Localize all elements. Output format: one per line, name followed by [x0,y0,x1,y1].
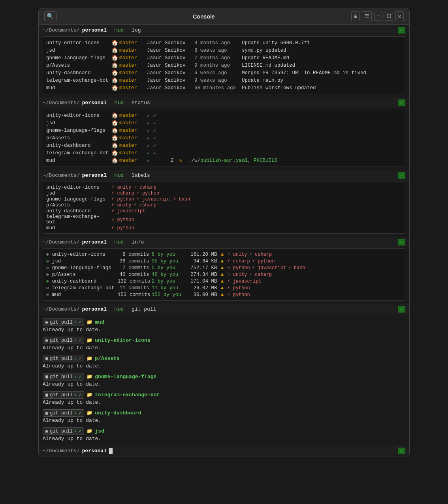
section-info: ~/Documents/personal mud info ✓ ⊙ unity-… [39,237,409,301]
git-result: Already up to date. [43,327,405,334]
menu-icon[interactable]: ☰ [362,11,372,21]
folder-name: unity-editor-icons [95,337,150,343]
cmd-keyword: mud [115,100,124,106]
folder-name: telegram-exchange-bot [95,392,160,398]
arrow-icon: › [74,374,77,380]
path-dir: personal [82,306,107,312]
status-row-mud: mud 🏠master ✓ 2 ✎ ./w/publish-aur.yaml, … [46,157,402,164]
status-badge-log: ✓ [398,27,405,34]
prompt-path-dir: personal [82,448,107,454]
titlebar-right: ⊞ ☰ − □ ✕ [351,11,404,21]
git-icon: ▣ [45,410,48,416]
log-row: unity-editor-icons 🏠master Jasur Sadikov… [46,39,402,47]
check-icon: ✓ [79,428,81,434]
search-icon[interactable]: 🔍 [44,11,56,21]
folder-name: p/Assets [95,356,119,362]
pull-cmd-telegram: ▣ git pull › ✓ 📁 telegram-exchange-bot [43,391,405,399]
git-pull-badge: ▣ git pull › ✓ [43,409,84,417]
status-badge-status: ✓ [398,99,405,106]
cmd-keyword: mud [115,172,124,178]
status-row: gnome-language-flags 🏠master ✓✓ [46,127,402,134]
close-icon[interactable]: ✕ [395,11,404,21]
git-icon: ▣ [45,428,48,434]
arrow-icon: › [74,392,77,398]
git-pull-badge: ▣ git pull › ✓ [43,427,84,435]
pull-cmd-unity-dashboard: ▣ git pull › ✓ 📁 unity-dashboard [43,409,405,417]
info-row: ⊙ gnome-language-flags 7 commits 5 by yo… [46,264,402,271]
folder-icon: 📁 [87,319,92,325]
check-icon: ✓ [79,374,81,380]
cmd-line-log: ~/Documents/personal mud log ✓ [39,25,409,36]
git-result: Already up to date. [43,399,405,407]
pull-cmd-mud: ▣ git pull › ✓ 📁 mud [43,319,405,326]
git-pull-results: ▣ git pull › ✓ 📁 mud Already up to date.… [39,315,409,445]
prompt-line[interactable]: ~/Documents/personal ✓ [39,445,409,457]
arrow-icon: › [74,410,77,416]
label-row: unity-dashboard ⚡ javascript [46,208,402,214]
add-icon[interactable]: ⊞ [351,11,360,21]
status-block: unity-editor-icons 🏠master ✓✓ jsd 🏠maste… [43,109,405,167]
cmd-log: log [132,27,141,33]
label-row: unity-editor-icons ⚡ unity ⚡ csharp [46,184,402,190]
path-dir: personal [82,239,107,245]
label-row: mud ⚡ python [46,225,402,231]
check-icon: ✓ [79,319,81,325]
section-labels: ~/Documents/personal mud labels ✓ unity-… [39,170,409,234]
cmd-status: status [132,100,150,106]
label-row: p/Assets ⚡ unity ⚡ csharp [46,202,402,208]
minimize-icon[interactable]: − [374,12,382,21]
section-gitpull: ~/Documents/personal mud git pull ✓ ▣ gi… [39,304,409,445]
info-row: ⊙ p/Assets 46 commits 46 by you 274.34 M… [46,271,402,278]
pull-cmd-passets: ▣ git pull › ✓ 📁 p/Assets [43,355,405,362]
status-badge-labels: ✓ [398,172,405,179]
status-row: p/Assets 🏠master ✓✓ [46,134,402,142]
log-row: p/Assets 🏠master Jasur Sadikov 9 months … [46,62,402,69]
git-icon: ▣ [45,374,48,380]
folder-icon: 📁 [87,356,92,362]
console-body: ~/Documents/personal mud log ✓ unity-edi… [39,25,409,457]
git-icon: ▣ [45,337,48,343]
path-prefix: ~/Documents/ [43,306,80,312]
git-pull-badge: ▣ git pull › ✓ [43,355,84,362]
git-result: Already up to date. [43,345,405,352]
info-row: ⊙ jsd 36 commits 35 by you 94.64 KB ▲ ⚡ … [46,258,402,264]
folder-name: unity-dashboard [95,410,141,416]
git-result: Already up to date. [43,418,405,425]
arrow-icon: › [74,338,77,343]
label-row: jsd ⚡ csharp ⚡ python [46,190,402,196]
check-icon: ✓ [79,337,81,343]
path-dir: personal [82,100,107,106]
maximize-icon[interactable]: □ [385,12,393,21]
check-icon: ✓ [79,410,81,416]
git-pull-badge: ▣ git pull › ✓ [43,373,84,380]
folder-name: gnome-language-flags [95,374,156,380]
check-icon: ✓ [79,356,81,362]
path-prefix: ~/Documents/ [43,100,80,106]
titlebar: 🔍 Console ⊞ ☰ − □ ✕ [39,8,409,25]
folder-icon: 📁 [87,337,92,343]
git-pull-badge: ▣ git pull › ✓ [43,337,84,344]
info-block: ⊙ unity-editor-icons 8 commits 8 by you … [43,248,405,301]
folder-icon: 📁 [87,392,92,398]
cmd-labels: labels [132,172,150,178]
arrow-icon: › [74,320,77,325]
folder-name: jsd [95,428,104,434]
section-log: ~/Documents/personal mud log ✓ unity-edi… [39,25,409,94]
cmd-line-gitpull: ~/Documents/personal mud git pull ✓ [39,304,409,315]
cmd-keyword: mud [115,239,124,245]
log-row: mud 🏠master Jasur Sadikov 68 minutes ago… [46,84,402,92]
git-icon: ▣ [45,319,48,325]
log-row: gnome-language-flags 🏠master Jasur Sadik… [46,54,402,62]
git-pull-badge: ▣ git pull › ✓ [43,391,84,399]
log-row: jsd 🏠master Jasur Sadikov 8 weeks ago sy… [46,47,402,54]
status-badge-gitpull: ✓ [398,306,405,313]
path-prefix: ~/Documents/ [43,239,80,245]
folder-icon: 📁 [87,428,92,434]
cmd-line-info: ~/Documents/personal mud info ✓ [39,237,409,247]
log-block: unity-editor-icons 🏠master Jasur Sadikov… [43,36,405,94]
info-row: ⊙ telegram-exchange-bot 11 commits 11 by… [46,285,402,291]
arrow-icon: › [74,429,77,434]
cursor [109,448,113,454]
git-icon: ▣ [45,356,48,362]
status-row: jsd 🏠master ✓✓ [46,119,402,127]
